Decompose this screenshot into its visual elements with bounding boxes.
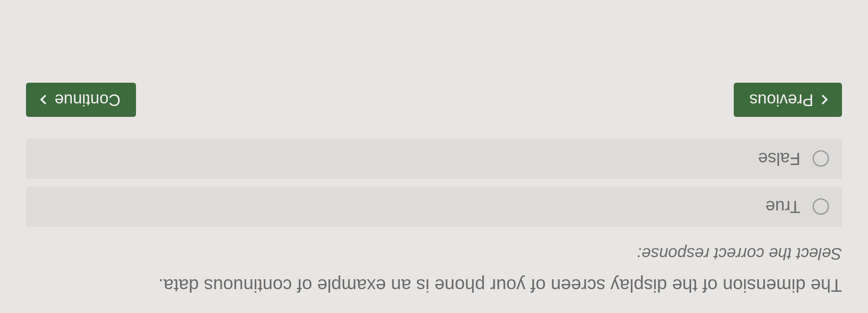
question-text: The dimension of the display screen of y… bbox=[26, 275, 842, 296]
continue-button-label: Continue bbox=[55, 90, 120, 109]
chevron-right-icon bbox=[40, 95, 50, 105]
option-true[interactable]: True bbox=[26, 187, 842, 227]
chevron-left-icon bbox=[818, 95, 828, 105]
previous-button-label: Previous bbox=[749, 90, 813, 109]
option-label: True bbox=[765, 197, 800, 216]
radio-icon bbox=[813, 151, 829, 167]
instruction-text: Select the correct response: bbox=[26, 244, 842, 263]
previous-button[interactable]: Previous bbox=[734, 83, 842, 117]
option-label: False bbox=[758, 149, 800, 168]
nav-area: Previous Continue bbox=[26, 83, 842, 117]
question-area: The dimension of the display screen of y… bbox=[26, 244, 842, 296]
radio-icon bbox=[813, 199, 829, 215]
continue-button[interactable]: Continue bbox=[26, 83, 136, 117]
option-false[interactable]: False bbox=[26, 139, 842, 179]
